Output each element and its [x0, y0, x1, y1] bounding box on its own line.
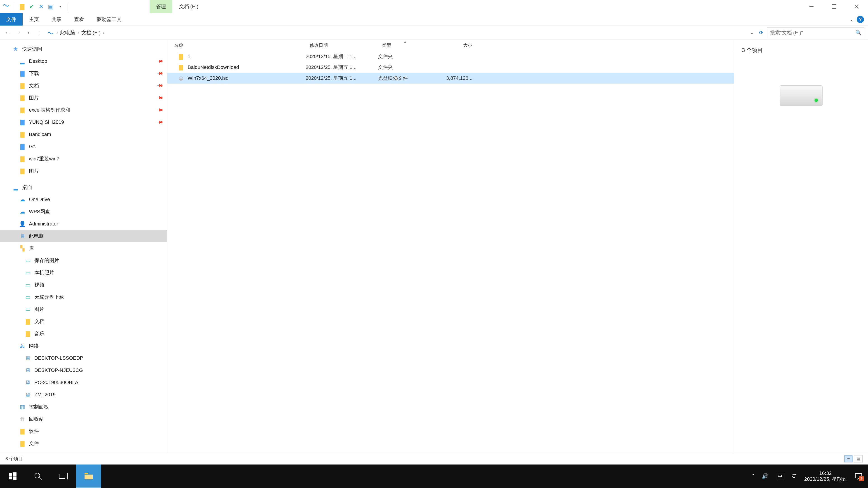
ime-indicator[interactable]: 中 — [776, 473, 784, 480]
quick-access-toolbar: ▇ ✔ ✕ ▣ ▾ — [0, 0, 70, 13]
search-button[interactable] — [25, 464, 51, 488]
tree-label: WPS网盘 — [29, 208, 50, 215]
col-name[interactable]: 名称 — [167, 40, 303, 51]
tree-item[interactable]: ▇下载📌 — [0, 67, 167, 79]
tree-item[interactable]: ▭天翼云盘下载 — [0, 291, 167, 303]
image-icon: ▭ — [24, 294, 31, 300]
security-icon[interactable]: 🛡 — [792, 473, 797, 480]
crumb-drive[interactable]: 文档 (E:) — [81, 29, 101, 36]
tree-item[interactable]: ▇文档📌 — [0, 79, 167, 92]
ribbon-context-tab[interactable]: 管理 — [150, 0, 172, 13]
qat-newfolder-icon[interactable]: ▣ — [47, 3, 55, 10]
status-text: 3 个项目 — [5, 456, 23, 462]
svg-rect-15 — [85, 474, 93, 475]
tab-drive-tools[interactable]: 驱动器工具 — [90, 13, 128, 26]
notif-badge: 3 — [859, 476, 864, 481]
tree-item[interactable]: 🖥DESKTOP-LSSOEDP — [0, 352, 167, 364]
tree-item[interactable]: ▚库 — [0, 242, 167, 254]
task-view-button[interactable] — [51, 464, 76, 488]
search-input[interactable]: 搜索"文档 (E:)" 🔍 — [767, 27, 865, 38]
tree-item[interactable]: ▇G:\ — [0, 140, 167, 153]
tree-item[interactable]: ▇图片📌 — [0, 92, 167, 104]
tree-item[interactable]: ▇win7重装win7 — [0, 153, 167, 165]
folder-icon: ▇ — [19, 168, 26, 174]
tree-quick-access[interactable]: ★ 快速访问 — [0, 43, 167, 55]
view-thumbs-button[interactable]: ▦ — [854, 455, 863, 462]
tray-clock[interactable]: 16:32 2020/12/25, 星期五 — [804, 470, 847, 482]
tree-item[interactable]: 🖧网络 — [0, 340, 167, 352]
tree-item[interactable]: 🖥ZMT2019 — [0, 389, 167, 401]
minimize-button[interactable] — [800, 0, 823, 13]
tree-item[interactable]: ▇软件 — [0, 425, 167, 437]
tree-item[interactable]: ▭本机照片 — [0, 267, 167, 279]
tree-item[interactable]: ▇Bandicam — [0, 128, 167, 140]
nav-back-icon[interactable]: ← — [3, 28, 12, 37]
app-icon[interactable] — [2, 3, 10, 10]
table-row[interactable]: ◒Win7x64_2020.iso2020/12/25, 星期五 1...光盘映… — [167, 73, 734, 84]
tab-home[interactable]: 主页 — [23, 13, 45, 26]
tree-label: 文档 — [29, 82, 39, 89]
nav-tree[interactable]: ★ 快速访问 ▂Desktop📌▇下载📌▇文档📌▇图片📌▇excel表格制作求和… — [0, 40, 167, 453]
taskbar-explorer[interactable] — [76, 464, 101, 488]
maximize-button[interactable] — [823, 0, 845, 13]
tree-item[interactable]: ▭视频 — [0, 279, 167, 291]
tree-item[interactable]: 👤Administrator — [0, 218, 167, 230]
tree-item[interactable]: 🗑回收站 — [0, 413, 167, 425]
tab-view[interactable]: 查看 — [68, 13, 90, 26]
crumb-this-pc[interactable]: 此电脑 — [60, 29, 75, 36]
nav-up-icon[interactable]: ↑ — [34, 28, 43, 37]
tree-item[interactable]: ▂Desktop📌 — [0, 55, 167, 67]
close-button[interactable] — [845, 0, 868, 13]
image-icon: ▭ — [24, 306, 31, 313]
tree-item[interactable]: ▭图片 — [0, 303, 167, 315]
qat-dropdown-icon[interactable]: ▾ — [56, 3, 64, 10]
qat-close-icon[interactable]: ✕ — [37, 3, 45, 10]
tree-item[interactable]: ▂桌面 — [0, 181, 167, 193]
tree-item[interactable]: ▇YUNQISHI2019📌 — [0, 116, 167, 128]
col-size[interactable]: 大小 — [436, 40, 479, 51]
qat-check-icon[interactable]: ✔ — [28, 3, 35, 10]
svg-rect-1 — [832, 4, 836, 8]
tab-file[interactable]: 文件 — [0, 13, 23, 26]
tree-item[interactable]: 🖥DESKTOP-NJEU3CG — [0, 364, 167, 377]
system-tray: ˄ 🔊 中 🛡 16:32 2020/12/25, 星期五 3 — [752, 470, 868, 482]
tree-item[interactable]: ☁WPS网盘 — [0, 205, 167, 218]
taskbar: ˄ 🔊 中 🛡 16:32 2020/12/25, 星期五 3 — [0, 464, 868, 488]
tree-label: 本机照片 — [34, 269, 54, 276]
tab-share[interactable]: 共享 — [45, 13, 68, 26]
breadcrumb[interactable]: › 此电脑 › 文档 (E:) › — [45, 27, 747, 38]
col-date[interactable]: 修改日期 — [303, 40, 375, 51]
pin-icon: 📌 — [156, 70, 163, 77]
qat-props-icon[interactable]: ▇ — [18, 3, 26, 10]
search-icon[interactable]: 🔍 — [855, 30, 862, 36]
table-row[interactable]: ▇12020/12/15, 星期二 1...文件夹 — [167, 51, 734, 62]
refresh-icon[interactable]: ⟳ — [757, 30, 765, 36]
view-details-button[interactable]: ≣ — [844, 455, 852, 462]
window-title: 文档 (E:) — [172, 0, 198, 13]
nav-forward-icon[interactable]: → — [13, 28, 23, 37]
panel-icon: ▥ — [19, 403, 26, 410]
table-row[interactable]: ▇BaiduNetdiskDownload2020/12/25, 星期五 1..… — [167, 62, 734, 73]
tree-item[interactable]: ▇excel表格制作求和📌 — [0, 104, 167, 116]
ribbon-context-label: 管理 — [156, 3, 166, 10]
addr-history-icon[interactable]: ⌄ — [748, 30, 755, 35]
tree-item[interactable]: ▇图片 — [0, 165, 167, 177]
nav-recent-icon[interactable]: ▾ — [24, 28, 33, 37]
tree-item[interactable]: ▥控制面板 — [0, 401, 167, 413]
tree-item[interactable]: ▭保存的图片 — [0, 254, 167, 267]
ribbon-collapse-icon[interactable]: ⌄ — [848, 16, 855, 23]
tree-item[interactable]: ▇文档 — [0, 315, 167, 328]
tree-item[interactable]: 🖥PC-20190530OBLA — [0, 377, 167, 389]
action-center-icon[interactable]: 3 — [854, 472, 863, 481]
tree-item[interactable]: ▇音乐 — [0, 328, 167, 340]
tree-item[interactable]: ☁OneDrive — [0, 193, 167, 205]
sort-asc-icon: ▲ — [403, 40, 407, 43]
tree-item[interactable]: ▇文件 — [0, 437, 167, 450]
start-button[interactable] — [0, 464, 25, 488]
help-icon[interactable]: ? — [857, 16, 864, 23]
volume-icon[interactable]: 🔊 — [762, 473, 769, 480]
tray-overflow-icon[interactable]: ˄ — [752, 473, 754, 480]
tree-item[interactable]: 🖥此电脑 — [0, 230, 167, 242]
clock-date: 2020/12/25, 星期五 — [804, 476, 847, 482]
tree-label: 快速访问 — [22, 46, 42, 53]
